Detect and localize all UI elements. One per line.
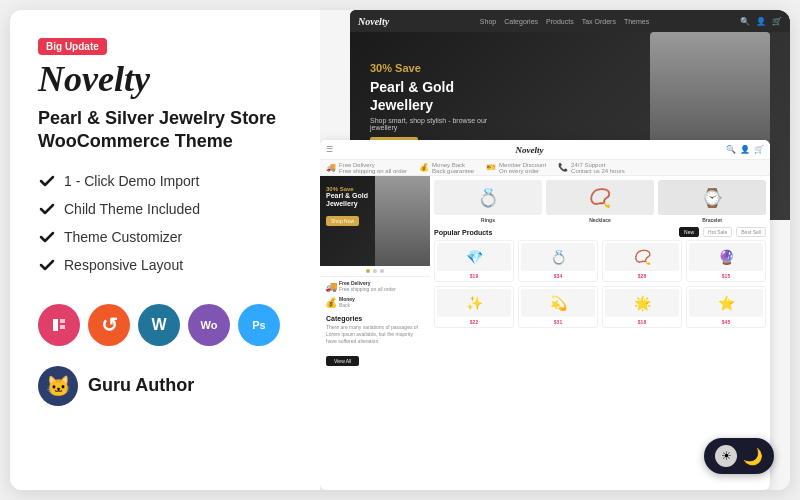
product-price: $45	[689, 319, 763, 325]
product-card: 💫 $31	[518, 286, 598, 328]
popular-products-section: Popular Products New Hot Sale Best Sell …	[434, 227, 766, 328]
product-price: $19	[437, 273, 511, 279]
necklace-label: Necklace	[546, 217, 654, 223]
hero-save-text: 30% Save	[370, 62, 490, 74]
big-update-badge: Big Update	[38, 38, 107, 55]
product-card: 🌟 $18	[602, 286, 682, 328]
hero-subtitle: Shop smart, shop stylish - browse our je…	[370, 117, 490, 131]
feature-item: 1 - Click Demo Import	[38, 172, 292, 190]
member-discount-item: 🎫 Member DiscountOn every order	[486, 162, 546, 174]
necklace-category: 📿 Necklace	[546, 180, 654, 223]
hot-sale-tab[interactable]: Hot Sale	[703, 227, 732, 237]
popular-title: Popular Products	[434, 229, 492, 236]
money-back-item: 💰 Money BackBack guarantee	[419, 162, 474, 174]
product-card: 📿 $28	[602, 240, 682, 282]
mb-left-column: 30% Save Pearl & GoldJewellery Shop Now	[320, 176, 430, 490]
light-mode-icon: ☀	[715, 445, 737, 467]
product-image: 💍	[521, 243, 595, 271]
view-all-button[interactable]: View All	[326, 356, 359, 366]
support-text: 24/7 SupportContact us 24 hours	[571, 162, 625, 174]
product-image: ✨	[437, 289, 511, 317]
nav-item: Tax Orders	[582, 18, 616, 25]
best-sell-tab[interactable]: Best Sell	[736, 227, 766, 237]
popular-header: Popular Products New Hot Sale Best Sell	[434, 227, 766, 237]
svg-rect-1	[60, 319, 65, 323]
nav-item: Products	[546, 18, 574, 25]
bracelet-category: ⌚ Bracelet	[658, 180, 766, 223]
logo-text: Novelty	[38, 59, 150, 99]
carousel-indicators	[320, 266, 430, 276]
check-icon	[38, 200, 56, 218]
photoshop-icon: Ps	[238, 304, 280, 346]
mb-logo: Novelty	[516, 145, 544, 155]
svg-rect-0	[53, 319, 58, 331]
nav-item: Themes	[624, 18, 649, 25]
right-panel: Novelty Shop Categories Products Tax Ord…	[320, 10, 790, 490]
account-icon: 👤	[756, 17, 766, 26]
categories-desc: There are many variations of passages of…	[326, 324, 424, 345]
revolution-slider-icon: ↺	[88, 304, 130, 346]
mb-shop-now-button[interactable]: Shop Now	[326, 216, 359, 226]
product-card: 💎 $19	[434, 240, 514, 282]
wordpress-icon: W	[138, 304, 180, 346]
mb-hero-title: Pearl & GoldJewellery	[326, 192, 368, 209]
product-card: 💍 $34	[518, 240, 598, 282]
mockup-top-logo: Novelty	[358, 16, 389, 27]
check-icon	[38, 172, 56, 190]
bracelet-image: ⌚	[658, 180, 766, 215]
member-discount-text: Member DiscountOn every order	[499, 162, 546, 174]
money-back-mini-item: 💰 MoneyBack	[325, 296, 355, 308]
hero-text-block: 30% Save Pearl & GoldJewellery Shop smar…	[370, 62, 490, 150]
product-card: ⭐ $45	[686, 286, 766, 328]
product-price: $34	[521, 273, 595, 279]
tech-icons-row: ↺ W Wo Ps	[38, 304, 292, 346]
dark-mode-toggle[interactable]: ☀ 🌙	[704, 438, 774, 474]
product-image: 🌟	[605, 289, 679, 317]
free-delivery-item: 🚚 Free DeliveryFree shipping on all orde…	[326, 162, 407, 174]
product-card: ✨ $22	[434, 286, 514, 328]
carousel-dot	[380, 269, 384, 273]
necklace-image: 📿	[546, 180, 654, 215]
products-grid: 💎 $19 💍 $34 📿 $28	[434, 240, 766, 328]
categories-grid: 💍 Rings 📿 Necklace ⌚ Bracelet	[434, 180, 766, 223]
product-image: ⭐	[689, 289, 763, 317]
mockup-top-header: Novelty Shop Categories Products Tax Ord…	[350, 10, 790, 32]
elementor-icon	[38, 304, 80, 346]
product-price: $22	[437, 319, 511, 325]
product-image: 🔮	[689, 243, 763, 271]
mb-hero-small: 30% Save Pearl & GoldJewellery Shop Now	[320, 176, 430, 266]
categories-title: Categories	[326, 315, 424, 322]
nav-item: Categories	[504, 18, 538, 25]
woocommerce-icon: Wo	[188, 304, 230, 346]
search-icon: 🔍	[740, 17, 750, 26]
mockup-bottom-body: 30% Save Pearl & GoldJewellery Shop Now	[320, 176, 770, 490]
product-image: 📿	[605, 243, 679, 271]
check-icon	[38, 256, 56, 274]
product-image: 💎	[437, 243, 511, 271]
rings-image: 💍	[434, 180, 542, 215]
check-icon	[38, 228, 56, 246]
categories-section: Categories There are many variations of …	[320, 311, 430, 371]
features-list: 1 - Click Demo Import Child Theme Includ…	[38, 172, 292, 284]
mobile-mockup: ☰ Novelty 🔍 👤 🛒 🚚 Free DeliveryFree ship…	[320, 140, 770, 490]
product-card: 🔮 $15	[686, 240, 766, 282]
mb-hero-text: 30% Save Pearl & GoldJewellery Shop Now	[326, 186, 368, 227]
nav-item: Shop	[480, 18, 496, 25]
author-label: Guru Author	[88, 375, 194, 396]
guru-author-icon: 🐱	[38, 366, 78, 406]
carousel-dot	[373, 269, 377, 273]
delivery-bar: 🚚 Free DeliveryFree shipping on all orde…	[320, 160, 770, 176]
mb-search-icon: 🔍	[726, 145, 736, 154]
author-row: 🐱 Guru Author	[38, 366, 292, 406]
product-price: $28	[605, 273, 679, 279]
rings-label: Rings	[434, 217, 542, 223]
support-item: 📞 24/7 SupportContact us 24 hours	[558, 162, 625, 174]
feature-item: Theme Customizer	[38, 228, 292, 246]
mb-cart-icon: 🛒	[754, 145, 764, 154]
mockup-bottom-header: ☰ Novelty 🔍 👤 🛒	[320, 140, 770, 160]
mockup-top-icons: 🔍 👤 🛒	[740, 17, 782, 26]
delivery-text: Free DeliveryFree shipping on all order	[339, 162, 407, 174]
badge-title-row: Big Update	[38, 34, 292, 55]
rings-category: 💍 Rings	[434, 180, 542, 223]
new-tab[interactable]: New	[679, 227, 699, 237]
